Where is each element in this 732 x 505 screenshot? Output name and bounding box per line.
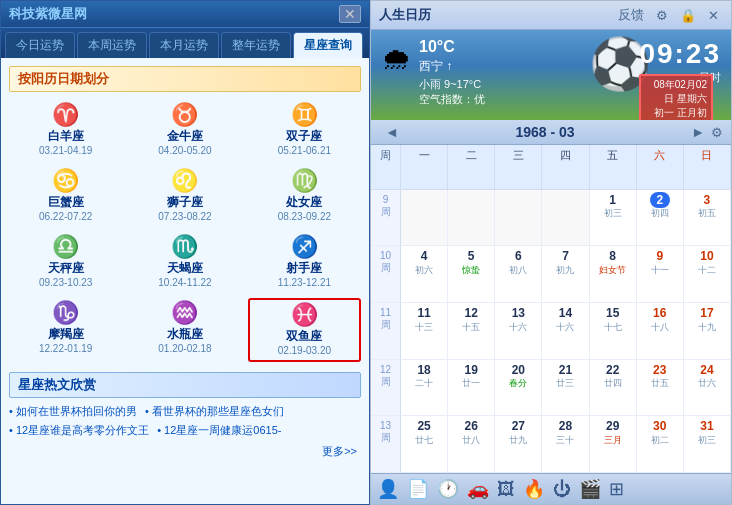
zodiac-射手座[interactable]: ♐ 射手座 11.23-12.21 bbox=[248, 232, 361, 292]
calendar-cell[interactable]: 14 十六 bbox=[542, 303, 589, 360]
close-right-btn[interactable]: ✕ bbox=[704, 7, 723, 24]
section1-header: 按阳历日期划分 bbox=[9, 66, 361, 92]
settings-icon[interactable]: ⚙ bbox=[652, 7, 672, 24]
settings-cal-icon[interactable]: ⚙ bbox=[711, 125, 723, 140]
calendar-cell[interactable]: 3 初五 bbox=[684, 190, 731, 247]
zodiac-金牛座[interactable]: ♉ 金牛座 04.20-05.20 bbox=[128, 100, 241, 160]
zodiac-双子座[interactable]: ♊ 双子座 05.21-06.21 bbox=[248, 100, 361, 160]
zodiac-date: 05.21-06.21 bbox=[278, 145, 331, 156]
calendar-cell[interactable]: 26 廿八 bbox=[448, 416, 495, 473]
solar-date: 26 bbox=[448, 418, 494, 435]
next-month-btn[interactable]: ► bbox=[685, 124, 711, 140]
calendar-cell[interactable]: 1 初三 bbox=[590, 190, 637, 247]
calendar-cell[interactable]: 22 廿四 bbox=[590, 360, 637, 417]
calendar-cell[interactable]: 12 十五 bbox=[448, 303, 495, 360]
weather-detail: 小雨 9~17°C bbox=[419, 77, 485, 92]
calendar-cell[interactable]: 11 十三 bbox=[401, 303, 448, 360]
calendar-cell[interactable]: 18 二十 bbox=[401, 360, 448, 417]
calendar-cell[interactable]: 23 廿五 bbox=[637, 360, 684, 417]
calendar-cell[interactable]: 9 十一 bbox=[637, 246, 684, 303]
hot-link[interactable]: • 12星座谁是高考零分作文王 bbox=[9, 423, 149, 438]
grid-icon[interactable]: ⊞ bbox=[609, 478, 624, 500]
zodiac-天蝎座[interactable]: ♏ 天蝎座 10.24-11.22 bbox=[128, 232, 241, 292]
weather-aqi: 空气指数：优 bbox=[419, 92, 485, 107]
calendar-cell[interactable]: 6 初八 bbox=[495, 246, 542, 303]
zodiac-摩羯座[interactable]: ♑ 摩羯座 12.22-01.19 bbox=[9, 298, 122, 362]
calendar-nav: ◄ 1968 - 03 ► ⚙ bbox=[371, 120, 731, 145]
zodiac-双鱼座[interactable]: ♓ 双鱼座 02.19-03.20 bbox=[248, 298, 361, 362]
weather-bar: 🌧 10°C 西宁 ↑ 小雨 9~17°C 空气指数：优 ⚽ 09:23 日时 … bbox=[371, 30, 731, 120]
hot-link[interactable]: • 12星座一周健康运0615- bbox=[157, 423, 281, 438]
hot-link-row: • 12星座谁是高考零分作文王• 12星座一周健康运0615- bbox=[9, 423, 361, 438]
calendar-cell[interactable]: 8 妇女节 bbox=[590, 246, 637, 303]
lunar-date: 十六 bbox=[495, 322, 541, 333]
photo-icon[interactable]: 🖼 bbox=[497, 479, 515, 500]
person-icon[interactable]: 👤 bbox=[377, 478, 399, 500]
cal-day-header-日: 日 bbox=[684, 145, 731, 190]
lunar-date: 三十 bbox=[542, 435, 588, 446]
close-button[interactable]: ✕ bbox=[339, 5, 361, 23]
solar-date: 16 bbox=[637, 305, 683, 322]
clock-time: 09:23 bbox=[639, 38, 721, 70]
calendar-cell[interactable]: 7 初九 bbox=[542, 246, 589, 303]
calendar-cell[interactable]: 20 春分 bbox=[495, 360, 542, 417]
calendar-cell[interactable]: 27 廿九 bbox=[495, 416, 542, 473]
calendar-cell[interactable]: 4 初六 bbox=[401, 246, 448, 303]
calendar-cell[interactable]: 15 十七 bbox=[590, 303, 637, 360]
tab-今日运势[interactable]: 今日运势 bbox=[5, 32, 75, 58]
tab-星座查询[interactable]: 星座查询 bbox=[293, 32, 363, 58]
car-icon[interactable]: 🚗 bbox=[467, 478, 489, 500]
calendar-cell bbox=[401, 190, 448, 247]
lunar-date: 十八 bbox=[637, 322, 683, 333]
zodiac-symbol: ♑ bbox=[52, 302, 79, 324]
zodiac-白羊座[interactable]: ♈ 白羊座 03.21-04.19 bbox=[9, 100, 122, 160]
calendar-cell[interactable]: 13 十六 bbox=[495, 303, 542, 360]
tabs-bar: 今日运势本周运势本月运势整年运势星座查询 bbox=[1, 28, 369, 58]
zodiac-symbol: ♎ bbox=[52, 236, 79, 258]
app-title: 科技紫微星网 bbox=[9, 5, 87, 23]
calendar-cell[interactable]: 28 三十 bbox=[542, 416, 589, 473]
solar-date: 29 bbox=[590, 418, 636, 435]
zodiac-处女座[interactable]: ♍ 处女座 08.23-09.22 bbox=[248, 166, 361, 226]
calendar-cell[interactable]: 17 十九 bbox=[684, 303, 731, 360]
calendar-cell[interactable]: 10 十二 bbox=[684, 246, 731, 303]
power-icon[interactable]: ⏻ bbox=[553, 479, 571, 500]
lunar-date: 初六 bbox=[401, 265, 447, 276]
zodiac-name: 摩羯座 bbox=[48, 326, 84, 343]
hot-link[interactable]: • 如何在世界杯拍回你的男 bbox=[9, 404, 137, 419]
calendar-cell[interactable]: 5 惊蛰 bbox=[448, 246, 495, 303]
week-number: 10 周 bbox=[371, 246, 401, 303]
solar-date: 25 bbox=[401, 418, 447, 435]
document-icon[interactable]: 📄 bbox=[407, 478, 429, 500]
zodiac-天秤座[interactable]: ♎ 天秤座 09.23-10.23 bbox=[9, 232, 122, 292]
solar-date: 13 bbox=[495, 305, 541, 322]
lunar-date: 廿四 bbox=[590, 378, 636, 389]
weather-icon: 🌧 bbox=[381, 42, 411, 76]
calendar-cell[interactable]: 19 廿一 bbox=[448, 360, 495, 417]
calendar-cell[interactable]: 21 廿三 bbox=[542, 360, 589, 417]
zodiac-水瓶座[interactable]: ♒ 水瓶座 01.20-02.18 bbox=[128, 298, 241, 362]
feedback-btn[interactable]: 反馈 bbox=[614, 5, 648, 25]
calendar-cell[interactable]: 24 廿六 bbox=[684, 360, 731, 417]
lock-icon[interactable]: 🔒 bbox=[676, 7, 700, 24]
calendar-cell[interactable]: 2 初四 bbox=[637, 190, 684, 247]
calendar-cell[interactable]: 16 十八 bbox=[637, 303, 684, 360]
zodiac-狮子座[interactable]: ♌ 狮子座 07.23-08.22 bbox=[128, 166, 241, 226]
clock-icon[interactable]: 🕐 bbox=[437, 478, 459, 500]
zodiac-巨蟹座[interactable]: ♋ 巨蟹座 06.22-07.22 bbox=[9, 166, 122, 226]
tab-整年运势[interactable]: 整年运势 bbox=[221, 32, 291, 58]
tab-本月运势[interactable]: 本月运势 bbox=[149, 32, 219, 58]
calendar-cell[interactable]: 30 初二 bbox=[637, 416, 684, 473]
orange-icon[interactable]: 🔥 bbox=[523, 478, 545, 500]
tab-本周运势[interactable]: 本周运势 bbox=[77, 32, 147, 58]
more-link[interactable]: 更多>> bbox=[9, 444, 361, 459]
video-icon[interactable]: 🎬 bbox=[579, 478, 601, 500]
calendar-cell[interactable]: 25 廿七 bbox=[401, 416, 448, 473]
zodiac-date: 01.20-02.18 bbox=[158, 343, 211, 354]
hot-link[interactable]: • 看世界杯的那些星座色女们 bbox=[145, 404, 284, 419]
calendar-cell[interactable]: 31 初三 bbox=[684, 416, 731, 473]
cal-day-header-四: 四 bbox=[542, 145, 589, 190]
prev-month-btn[interactable]: ◄ bbox=[379, 124, 405, 140]
calendar-cell[interactable]: 29 三月 bbox=[590, 416, 637, 473]
calendar-cell bbox=[495, 190, 542, 247]
